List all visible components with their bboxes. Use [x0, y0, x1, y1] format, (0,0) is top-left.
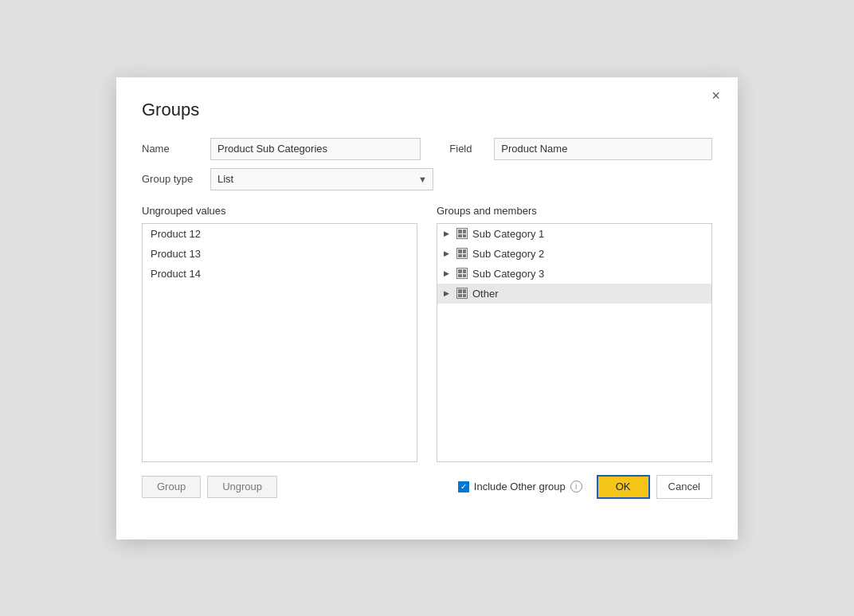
ok-button[interactable]: OK: [597, 475, 650, 499]
group-item-label: Sub Category 3: [472, 268, 544, 280]
field-value: Product Name: [494, 138, 712, 160]
group-type-select[interactable]: List Bin: [210, 168, 433, 190]
group-type-wrapper: List Bin ▼: [210, 168, 433, 190]
cancel-button[interactable]: Cancel: [656, 475, 712, 499]
expand-icon: ▶: [444, 249, 452, 257]
ungrouped-section: Ungrouped values Product 12 Product 13 P…: [142, 205, 417, 462]
groups-dialog: × Groups Name Field Product Name Group t…: [116, 77, 738, 539]
field-label: Field: [449, 143, 481, 155]
columns-area: Ungrouped values Product 12 Product 13 P…: [142, 205, 712, 462]
group-item-label: Other: [472, 288, 499, 300]
name-row: Name Field Product Name: [142, 138, 712, 160]
bottom-row: Group Ungroup ✓ Include Other group i OK…: [142, 475, 712, 499]
group-item-label: Sub Category 2: [472, 248, 544, 260]
group-item-other[interactable]: ▶ Other: [437, 284, 711, 304]
expand-icon: ▶: [444, 289, 452, 297]
groups-title: Groups and members: [437, 205, 712, 217]
include-other-group: ✓ Include Other group i: [458, 481, 582, 492]
group-item[interactable]: ▶ Sub Category 2: [437, 244, 711, 264]
group-item[interactable]: ▶ Sub Category 3: [437, 264, 711, 284]
grid-icon: [456, 228, 468, 239]
group-item-label: Sub Category 1: [472, 228, 544, 240]
ungroup-button[interactable]: Ungroup: [207, 476, 277, 498]
expand-icon: ▶: [444, 269, 452, 277]
group-button[interactable]: Group: [142, 476, 201, 498]
expand-icon: ▶: [444, 230, 452, 237]
name-input[interactable]: [210, 138, 421, 160]
right-section: ✓ Include Other group i OK Cancel: [458, 475, 712, 499]
ungrouped-list[interactable]: Product 12 Product 13 Product 14: [142, 223, 417, 462]
info-icon[interactable]: i: [570, 481, 582, 492]
groups-list[interactable]: ▶ Sub Category 1 ▶ Sub Category 2 ▶ Sub …: [437, 223, 712, 462]
ungrouped-title: Ungrouped values: [142, 205, 417, 217]
grid-icon: [456, 268, 468, 279]
checkmark-icon: ✓: [460, 483, 467, 491]
group-type-row: Group type List Bin ▼: [142, 168, 712, 190]
groups-section: Groups and members ▶ Sub Category 1 ▶ Su…: [437, 205, 712, 462]
group-type-label: Group type: [142, 173, 198, 185]
close-button[interactable]: ×: [707, 87, 725, 104]
include-other-checkbox[interactable]: ✓: [458, 481, 469, 492]
list-item[interactable]: Product 14: [143, 264, 417, 284]
include-other-label: Include Other group: [474, 481, 566, 492]
list-item[interactable]: Product 12: [143, 224, 417, 244]
action-buttons: Group Ungroup: [142, 476, 277, 498]
group-item[interactable]: ▶ Sub Category 1: [437, 224, 711, 244]
list-item[interactable]: Product 13: [143, 244, 417, 264]
grid-icon: [456, 248, 468, 259]
grid-icon: [456, 288, 468, 299]
dialog-buttons: OK Cancel: [597, 475, 712, 499]
name-label: Name: [142, 143, 198, 155]
dialog-title: Groups: [142, 100, 712, 120]
